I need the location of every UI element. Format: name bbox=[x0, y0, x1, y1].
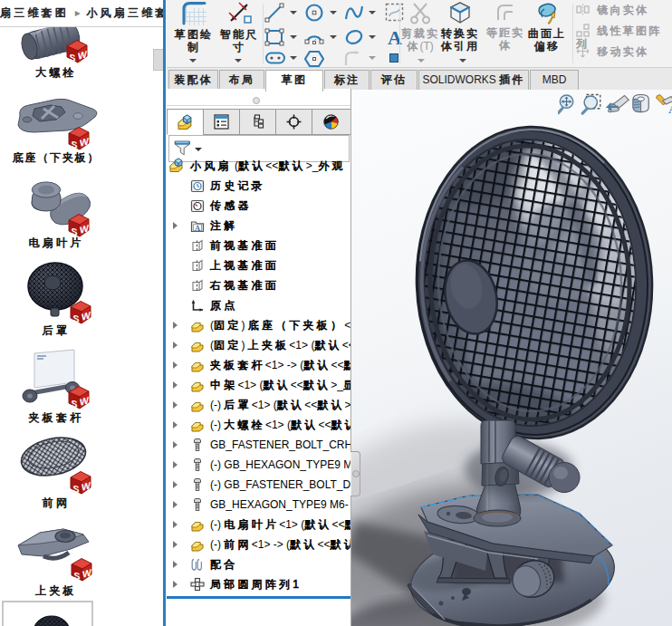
svg-text:A: A bbox=[668, 103, 672, 116]
